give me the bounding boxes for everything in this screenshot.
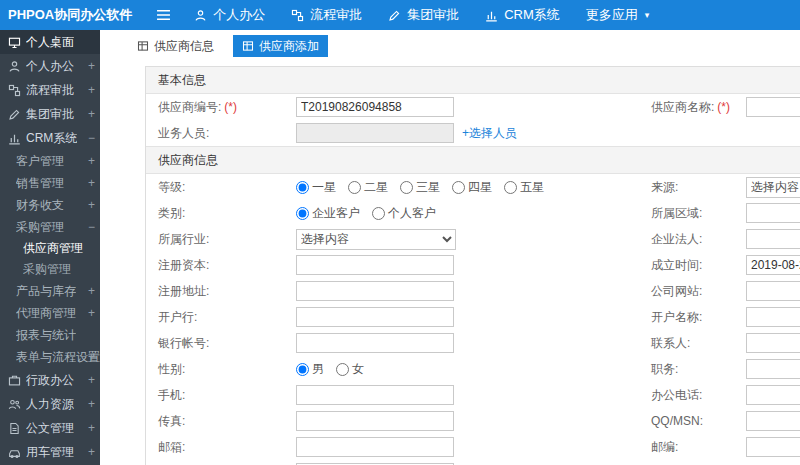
expand-toggle[interactable]: +	[88, 306, 95, 320]
sidebar-item-vehicle-mgmt[interactable]: 用车管理+	[0, 440, 100, 464]
expand-toggle[interactable]: +	[88, 198, 95, 212]
gender-radio[interactable]	[296, 363, 309, 376]
bank-input[interactable]	[296, 307, 454, 327]
sidebar-item-finance[interactable]: 财务收支+	[0, 194, 100, 216]
bank-account-input[interactable]	[296, 333, 454, 353]
gender-option[interactable]: 男	[296, 361, 324, 378]
reg-capital-field	[296, 255, 651, 275]
expand-toggle[interactable]: +	[88, 350, 95, 364]
reg-address-input[interactable]	[296, 281, 454, 301]
sidebar-item-customer-mgmt[interactable]: 客户管理+	[0, 150, 100, 172]
zipcode-input[interactable]	[746, 437, 800, 457]
category-radio[interactable]	[372, 207, 385, 220]
expand-toggle[interactable]: +	[88, 421, 95, 435]
position-input[interactable]	[746, 359, 800, 379]
level-radio[interactable]	[452, 181, 465, 194]
sidebar-item-process-approval[interactable]: 流程审批+	[0, 78, 100, 102]
industry-select[interactable]: 选择内容	[296, 229, 456, 250]
expand-toggle[interactable]: −	[88, 131, 95, 145]
level-radio[interactable]	[400, 181, 413, 194]
sidebar-item-agent-mgmt[interactable]: 代理商管理+	[0, 302, 100, 324]
expand-toggle[interactable]: +	[88, 59, 95, 73]
expand-toggle[interactable]: +	[88, 373, 95, 387]
founded-date-input[interactable]	[746, 255, 800, 275]
level-option[interactable]: 一星	[296, 179, 336, 196]
sidebar-item-procurement[interactable]: 采购管理	[0, 259, 100, 280]
nav-item-group-approval[interactable]: 集团审批	[375, 0, 472, 30]
sidebar-item-label: 行政办公	[26, 372, 74, 389]
field-label-text: 所属区域:	[651, 206, 702, 220]
nav-item-crm-system[interactable]: CRM系统	[472, 0, 573, 30]
region-input[interactable]	[746, 203, 800, 223]
expand-toggle[interactable]: +	[88, 154, 95, 168]
level-radio[interactable]	[504, 181, 517, 194]
category-option[interactable]: 个人客户	[372, 205, 436, 222]
expand-toggle[interactable]: +	[88, 176, 95, 190]
expand-toggle[interactable]: −	[88, 220, 95, 234]
supplier-name-input[interactable]	[746, 97, 800, 117]
level-radio[interactable]	[348, 181, 361, 194]
founded-date-label: 成立时间:	[651, 257, 746, 274]
expand-toggle[interactable]: +	[88, 397, 95, 411]
menu-toggle-icon[interactable]	[156, 9, 171, 21]
sidebar-item-sales-mgmt[interactable]: 销售管理+	[0, 172, 100, 194]
level-radio[interactable]	[296, 181, 309, 194]
reg-capital-input[interactable]	[296, 255, 454, 275]
website-input[interactable]	[746, 281, 800, 301]
sidebar-item-supplier-mgmt[interactable]: 供应商管理	[0, 238, 100, 259]
sidebar-item-document-mgmt[interactable]: 公文管理+	[0, 416, 100, 440]
sidebar-item-group-approval[interactable]: 集团审批+	[0, 102, 100, 126]
form-row: 传真:QQ/MSN:	[146, 408, 800, 434]
tab-supplier-info[interactable]: 供应商信息	[128, 35, 223, 57]
contact-input[interactable]	[746, 333, 800, 353]
fax-field	[296, 411, 651, 431]
email-input[interactable]	[296, 437, 454, 457]
form-row: 类别:企业客户个人客户所属区域:	[146, 200, 800, 226]
mobile-input[interactable]	[296, 385, 454, 405]
expand-toggle[interactable]: +	[88, 83, 95, 97]
form-row: 供应商编号:(*)供应商名称:(*)	[146, 94, 800, 120]
gender-option[interactable]: 女	[336, 361, 364, 378]
category-option[interactable]: 企业客户	[296, 205, 360, 222]
sales-person-input[interactable]	[296, 123, 454, 143]
office-phone-input[interactable]	[746, 385, 800, 405]
sidebar-item-label: 人力资源	[26, 396, 74, 413]
sidebar-item-personal-office[interactable]: 个人办公+	[0, 54, 100, 78]
supplier-no-label: 供应商编号:(*)	[146, 99, 296, 116]
sidebar-item-hr[interactable]: 人力资源+	[0, 392, 100, 416]
sidebar-item-label: 公文管理	[26, 420, 74, 437]
level-option[interactable]: 二星	[348, 179, 388, 196]
level-option[interactable]: 四星	[452, 179, 492, 196]
expand-toggle[interactable]: +	[88, 107, 95, 121]
flow-icon	[8, 84, 21, 97]
gender-radio[interactable]	[336, 363, 349, 376]
account-name-input[interactable]	[746, 307, 800, 327]
source-select[interactable]: 选择内容	[746, 177, 800, 198]
nav-item-process-approval[interactable]: 流程审批	[278, 0, 375, 30]
expand-toggle[interactable]: +	[88, 445, 95, 459]
tab-supplier-add[interactable]: 供应商添加	[233, 35, 328, 57]
sidebar-item-purchase-mgmt[interactable]: 采购管理−	[0, 216, 100, 238]
sidebar-item-personal-desktop[interactable]: 个人桌面	[0, 30, 100, 54]
level-option[interactable]: 五星	[504, 179, 544, 196]
legal-person-input[interactable]	[746, 229, 800, 249]
category-radio[interactable]	[296, 207, 309, 220]
nav-item-more-apps[interactable]: 更多应用▾	[573, 0, 663, 30]
sidebar-item-product-inventory[interactable]: 产品与库存+	[0, 280, 100, 302]
supplier-no-input[interactable]	[296, 97, 454, 117]
sidebar-item-admin-office[interactable]: 行政办公+	[0, 368, 100, 392]
expand-toggle[interactable]: +	[88, 284, 95, 298]
sales-person-picker-link[interactable]: +选择人员	[462, 125, 517, 142]
level-option[interactable]: 三星	[400, 179, 440, 196]
sidebar-item-reports-stats[interactable]: 报表与统计	[0, 324, 100, 346]
sidebar-item-form-process-settings[interactable]: 表单与流程设置+	[0, 346, 100, 368]
bank-account-field	[296, 333, 651, 353]
qq-msn-input[interactable]	[746, 411, 800, 431]
qq-msn-field	[746, 411, 800, 431]
reg-address-label: 注册地址:	[146, 283, 296, 300]
sidebar-item-crm-system[interactable]: CRM系统−	[0, 126, 100, 150]
nav-item-personal-office[interactable]: 个人办公	[181, 0, 278, 30]
fax-input[interactable]	[296, 411, 454, 431]
sidebar-menu: 个人桌面个人办公+流程审批+集团审批+CRM系统−客户管理+销售管理+财务收支+…	[0, 30, 100, 465]
form-row: 开户行:开户名称:	[146, 304, 800, 330]
